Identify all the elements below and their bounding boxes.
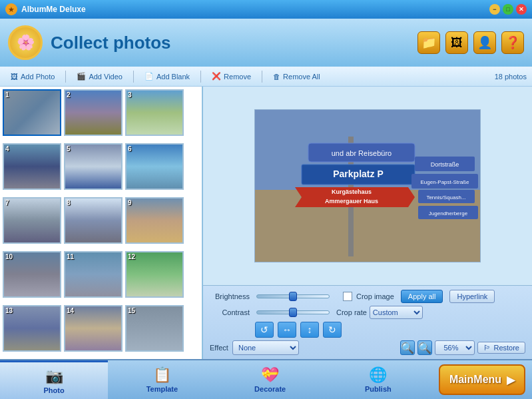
app-logo: 🌸	[8, 25, 43, 60]
restore-button[interactable]: 🏳 Restore	[477, 342, 525, 354]
photo-thumb[interactable]: 9	[125, 197, 184, 244]
rotate-left-button[interactable]: ↺	[255, 322, 274, 338]
help-tool-button[interactable]: ❓	[501, 31, 524, 54]
main-content: 123456789101112131415 und abr Reisebüro	[0, 87, 532, 359]
title-bar-left: ★ AlbumMe Deluxe	[5, 3, 86, 15]
photo-thumb[interactable]: 7	[3, 197, 61, 244]
photo-number: 4	[5, 145, 9, 153]
controls-row3: Effect None Sepia Grayscale Vintage 🔍 🔍 …	[210, 340, 525, 355]
contrast-label: Contrast	[210, 308, 250, 316]
photo-number: 2	[67, 91, 71, 99]
photo-number: 14	[67, 307, 74, 314]
photo-number: 11	[67, 253, 74, 260]
template-nav-icon: 📋	[153, 366, 171, 384]
svg-text:Parkplatz P: Parkplatz P	[333, 169, 383, 179]
right-panel: und abr Reisebüro Parkplatz P Kurgästeha…	[203, 87, 532, 359]
photo-thumb[interactable]: 8	[64, 197, 123, 244]
photo-number: 6	[128, 145, 132, 153]
crop-rate-select[interactable]: Custom 4:3 16:9 1:1	[370, 306, 423, 319]
photo-number: 10	[5, 253, 13, 260]
nav-photo[interactable]: 📷 Photo	[0, 360, 108, 399]
publish-nav-label: Publish	[365, 385, 392, 393]
photo-nav-label: Photo	[44, 386, 65, 394]
maximize-button[interactable]: □	[503, 4, 513, 15]
apply-all-button[interactable]: Apply all	[401, 290, 443, 303]
photo-thumb[interactable]: 10	[3, 251, 61, 298]
photo-nav-icon: 📷	[45, 368, 63, 385]
photo-thumb[interactable]: 13	[3, 305, 61, 352]
image-tool-button[interactable]: 🖼	[445, 31, 468, 54]
nav-publish[interactable]: 🌐 Publish	[324, 360, 432, 399]
main-menu-button[interactable]: MainMenu ▶	[439, 364, 525, 395]
crop-section: Crop image	[343, 292, 394, 301]
page-title: Collect photos	[51, 33, 171, 53]
photo-thumb[interactable]: 2	[64, 89, 123, 136]
svg-text:Eugen-Papst-Straße: Eugen-Papst-Straße	[421, 179, 469, 185]
add-blank-button[interactable]: 📄 Add Blank	[139, 71, 195, 82]
photo-number: 12	[128, 253, 135, 260]
photo-number: 7	[5, 199, 9, 206]
minimize-button[interactable]: −	[489, 4, 500, 15]
photo-number: 9	[128, 199, 132, 206]
effect-label: Effect	[210, 344, 228, 352]
nav-decorate[interactable]: 💝 Decorate	[216, 360, 324, 399]
photo-thumb[interactable]: 4	[3, 143, 61, 190]
title-bar: ★ AlbumMe Deluxe − □ ✕	[0, 0, 532, 19]
crop-image-checkbox[interactable]	[343, 292, 352, 301]
contrast-thumb[interactable]	[289, 308, 297, 317]
main-menu-label: MainMenu	[449, 374, 501, 386]
photo-thumb[interactable]: 3	[125, 89, 184, 136]
decorate-nav-icon: 💝	[261, 366, 279, 384]
photo-thumb[interactable]: 11	[64, 251, 123, 298]
photo-thumb[interactable]: 1	[3, 89, 61, 136]
svg-text:Kurgästehaus: Kurgästehaus	[332, 189, 372, 195]
zoom-select[interactable]: 56% 25% 50% 75% 100%	[435, 340, 475, 355]
brightness-slider[interactable]	[256, 294, 330, 298]
template-nav-label: Template	[146, 385, 178, 393]
photo-thumb[interactable]: 15	[125, 305, 184, 352]
photo-grid: 123456789101112131415	[0, 87, 202, 359]
contrast-slider[interactable]	[256, 310, 330, 314]
photo-thumb[interactable]: 6	[125, 143, 184, 190]
effect-select[interactable]: None Sepia Grayscale Vintage	[232, 340, 299, 355]
add-photo-label: Add Photo	[21, 73, 55, 81]
zoom-in-button[interactable]: 🔍	[400, 340, 415, 355]
photos-count: 18 photos	[495, 73, 527, 81]
brightness-thumb[interactable]	[289, 292, 297, 301]
remove-all-button[interactable]: 🗑 Remove All	[268, 71, 326, 82]
remove-button[interactable]: ❌ Remove	[206, 71, 256, 82]
photo-number: 3	[128, 91, 132, 99]
separator	[65, 71, 66, 83]
crop-image-label: Crop image	[356, 292, 394, 300]
photo-thumb[interactable]: 5	[64, 143, 123, 190]
main-menu-arrow-icon: ▶	[507, 374, 515, 386]
flip-vertical-button[interactable]: ↕	[300, 322, 319, 338]
window-controls: − □ ✕	[489, 4, 527, 15]
header-tools: 📁 🖼 👤 ❓	[417, 31, 524, 54]
photo-thumb[interactable]: 14	[64, 305, 123, 352]
app-icon: ★	[5, 3, 17, 15]
folder-tool-button[interactable]: 📁	[417, 31, 440, 54]
rotate-right-button[interactable]: ↻	[323, 322, 342, 338]
photo-number: 15	[128, 307, 135, 314]
controls-row2: Contrast Crop rate Custom 4:3 16:9 1:1	[210, 306, 525, 319]
add-video-label: Add Video	[89, 73, 123, 81]
add-photo-icon: 🖼	[11, 73, 18, 81]
zoom-out-button[interactable]: 🔍	[417, 340, 432, 355]
photo-thumb[interactable]: 12	[125, 251, 184, 298]
user-tool-button[interactable]: 👤	[473, 31, 496, 54]
orientation-buttons: ↺ ↔ ↕ ↻	[255, 322, 342, 338]
svg-text:Jugendherberge: Jugendherberge	[429, 210, 468, 216]
separator	[133, 71, 134, 83]
close-button[interactable]: ✕	[516, 4, 527, 15]
add-video-button[interactable]: 🎬 Add Video	[71, 71, 128, 82]
nav-template[interactable]: 📋 Template	[108, 360, 216, 399]
add-photo-button[interactable]: 🖼 Add Photo	[5, 71, 60, 82]
hyperlink-button[interactable]: Hyperlink	[449, 290, 495, 303]
crop-rate-section: Crop rate Custom 4:3 16:9 1:1	[336, 306, 423, 319]
header: 🌸 Collect photos 📁 🖼 👤 ❓	[0, 19, 532, 67]
separator	[262, 71, 262, 83]
flip-horizontal-button[interactable]: ↔	[278, 322, 296, 338]
preview-area: und abr Reisebüro Parkplatz P Kurgästeha…	[203, 87, 532, 285]
photo-number: 13	[5, 307, 13, 314]
